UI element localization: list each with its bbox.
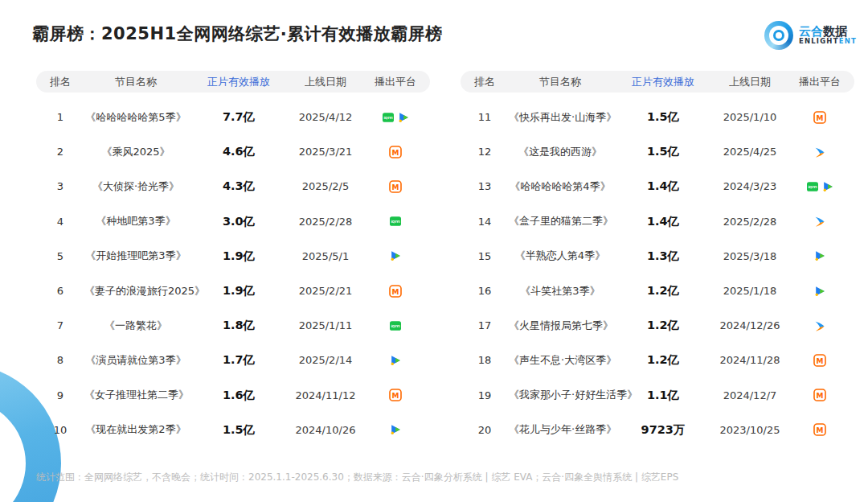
rank-cell: 7 xyxy=(36,319,84,331)
launch-date-cell: 2025/2/28 xyxy=(714,216,785,228)
table-body: 1《哈哈哈哈哈第5季》7.7亿2025/4/12iQIYI2《乘风2025》4.… xyxy=(36,100,430,447)
platform-cell xyxy=(361,354,430,367)
col-header-date: 上线日期 xyxy=(290,75,361,89)
playback-value-cell: 1.4亿 xyxy=(612,179,714,194)
tencent-icon xyxy=(389,423,402,436)
playback-value-cell: 1.7亿 xyxy=(187,352,290,368)
svg-text:iQIYI: iQIYI xyxy=(383,115,393,119)
platform-cell: M xyxy=(361,146,430,158)
platform-cell: M xyxy=(785,354,854,367)
playback-value-cell: 1.5亿 xyxy=(612,144,714,159)
show-name-cell: 《开始推理吧第3季》 xyxy=(84,249,187,263)
launch-date-cell: 2025/5/1 xyxy=(290,250,361,262)
logo-cn-text: 云合数据 xyxy=(799,26,857,39)
playback-value-cell: 1.4亿 xyxy=(612,214,714,229)
rank-table-left: 排名 节目名称 正片有效播放 上线日期 播出平台 1《哈哈哈哈哈第5季》7.7亿… xyxy=(36,71,430,447)
platform-cell: M xyxy=(785,389,854,401)
platform-cell: M xyxy=(785,111,854,124)
svg-text:M: M xyxy=(817,392,824,400)
platform-cell xyxy=(785,215,854,228)
col-header-platform: 播出平台 xyxy=(785,75,854,89)
platform-cell xyxy=(785,285,854,298)
show-name-cell: 《一路繁花》 xyxy=(84,319,187,333)
youku-icon xyxy=(813,319,826,332)
launch-date-cell: 2025/1/11 xyxy=(290,319,361,331)
rank-cell: 6 xyxy=(36,285,84,297)
show-name-cell: 《我家那小子·好好生活季》 xyxy=(509,388,612,402)
rank-cell: 2 xyxy=(36,146,84,158)
iqiyi-icon: iQIYI xyxy=(389,319,402,332)
playback-value-cell: 1.6亿 xyxy=(187,388,290,403)
col-header-value: 正片有效播放 xyxy=(187,75,290,89)
table-row: 9《女子推理社第二季》1.6亿2024/11/12M xyxy=(36,378,430,413)
tencent-icon xyxy=(813,285,826,298)
tencent-icon xyxy=(389,249,402,262)
col-header-platform: 播出平台 xyxy=(361,75,430,89)
launch-date-cell: 2024/11/12 xyxy=(290,389,361,401)
table-row: 20《花儿与少年·丝路季》9723万2023/10/25M xyxy=(461,413,854,447)
mgtv-icon: M xyxy=(389,180,402,193)
playback-value-cell: 1.1亿 xyxy=(612,388,714,403)
col-header-name: 节目名称 xyxy=(84,75,187,89)
launch-date-cell: 2024/3/23 xyxy=(714,180,785,192)
table-row: 17《火星情报局第七季》1.2亿2024/12/26 xyxy=(461,308,854,343)
rank-cell: 15 xyxy=(461,250,509,262)
platform-cell: M xyxy=(361,180,430,193)
rank-cell: 16 xyxy=(461,285,509,297)
launch-date-cell: 2025/4/12 xyxy=(290,111,361,123)
table-row: 12《这是我的西游》1.5亿2025/4/25 xyxy=(461,134,854,169)
mgtv-icon: M xyxy=(813,354,826,367)
show-name-cell: 《火星情报局第七季》 xyxy=(509,319,612,333)
launch-date-cell: 2024/11/28 xyxy=(714,354,785,366)
playback-value-cell: 1.9亿 xyxy=(187,249,290,264)
table-row: 19《我家那小子·好好生活季》1.1亿2024/12/7M xyxy=(461,378,854,413)
rank-cell: 12 xyxy=(461,146,509,158)
launch-date-cell: 2025/1/10 xyxy=(714,111,785,123)
platform-cell: iQIYI xyxy=(361,319,430,332)
enlightent-logo: 云合数据 ENLIGHTENT xyxy=(764,21,857,50)
col-header-rank: 排名 xyxy=(36,75,84,89)
platform-cell xyxy=(785,146,854,158)
table-row: 2《乘风2025》4.6亿2025/3/21M xyxy=(36,134,430,169)
logo-en-accent: ENT xyxy=(839,37,857,45)
col-header-name: 节目名称 xyxy=(509,75,612,89)
col-header-rank: 排名 xyxy=(461,75,509,89)
tencent-icon xyxy=(389,354,402,367)
svg-text:M: M xyxy=(817,426,824,434)
iqiyi-icon: iQIYI xyxy=(389,215,402,228)
svg-text:M: M xyxy=(392,287,399,295)
col-header-date: 上线日期 xyxy=(714,75,785,89)
table-row: 6《妻子的浪漫旅行2025》1.9亿2025/2/21M xyxy=(36,274,430,308)
platform-cell xyxy=(361,249,430,262)
launch-date-cell: 2025/3/21 xyxy=(290,146,361,158)
playback-value-cell: 7.7亿 xyxy=(187,109,290,125)
launch-date-cell: 2025/2/21 xyxy=(290,285,361,297)
mgtv-icon: M xyxy=(389,285,402,298)
table-row: 4《种地吧第3季》3.0亿2025/2/28iQIYI xyxy=(36,204,430,239)
platform-cell: iQIYI xyxy=(785,180,854,193)
rank-cell: 11 xyxy=(461,111,509,123)
playback-value-cell: 4.6亿 xyxy=(187,144,290,159)
platform-cell: M xyxy=(361,389,430,401)
page-title: 霸屏榜：2025H1全网网络综艺·累计有效播放霸屏榜 xyxy=(32,23,443,45)
youku-icon xyxy=(813,146,826,158)
svg-text:iQIYI: iQIYI xyxy=(808,185,817,189)
table-row: 15《半熟恋人第4季》1.3亿2025/3/18 xyxy=(461,239,854,274)
platform-cell xyxy=(361,423,430,436)
show-name-cell: 《声生不息·大湾区季》 xyxy=(509,353,612,368)
launch-date-cell: 2024/10/26 xyxy=(290,424,361,436)
platform-cell: M xyxy=(785,423,854,436)
youku-icon xyxy=(813,215,826,228)
platform-cell: iQIYI xyxy=(361,215,430,228)
table-row: 18《声生不息·大湾区季》1.2亿2024/11/28M xyxy=(461,343,854,377)
show-name-cell: 《女子推理社第二季》 xyxy=(84,388,187,402)
rank-cell: 18 xyxy=(461,354,509,366)
footer-note: 统计范围：全网网络综艺，不含晚会；统计时间：2025.1.1-2025.6.30… xyxy=(36,471,678,484)
svg-text:M: M xyxy=(392,183,399,191)
table-row: 1《哈哈哈哈哈第5季》7.7亿2025/4/12iQIYI xyxy=(36,100,430,134)
show-name-cell: 《斗笑社第3季》 xyxy=(509,284,612,298)
tencent-icon xyxy=(813,249,826,262)
playback-value-cell: 1.2亿 xyxy=(612,352,714,368)
table-row: 7《一路繁花》1.8亿2025/1/11iQIYI xyxy=(36,308,430,343)
playback-value-cell: 1.5亿 xyxy=(612,109,714,125)
